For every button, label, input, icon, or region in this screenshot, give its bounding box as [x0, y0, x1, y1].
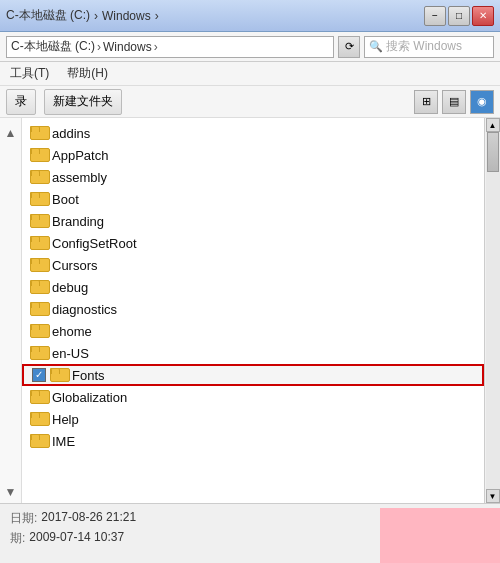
view-list-button[interactable]: ▤ — [442, 90, 466, 114]
refresh-button[interactable]: ⟳ — [338, 36, 360, 58]
list-item[interactable]: IME — [22, 430, 484, 452]
folder-icon — [30, 302, 48, 316]
menu-bar: 工具(T) 帮助(H) — [0, 62, 500, 86]
list-item[interactable]: Branding — [22, 210, 484, 232]
folder-name: ConfigSetRoot — [52, 236, 137, 251]
list-item[interactable]: Globalization — [22, 386, 484, 408]
address-drive: C-本地磁盘 (C:) — [11, 38, 95, 55]
list-item[interactable]: assembly — [22, 166, 484, 188]
folder-name: Boot — [52, 192, 79, 207]
folder-name: Fonts — [72, 368, 105, 383]
folder-name: addins — [52, 126, 90, 141]
view-grid-button[interactable]: ⊞ — [414, 90, 438, 114]
address-sep1: › — [97, 40, 101, 54]
folder-name: diagnostics — [52, 302, 117, 317]
nav-up-arrow[interactable]: ▲ — [5, 122, 17, 144]
folder-icon — [30, 280, 48, 294]
folder-name: en-US — [52, 346, 89, 361]
folder-icon — [30, 148, 48, 162]
date-value-2: 2009-07-14 10:37 — [29, 530, 124, 547]
folder-name: Help — [52, 412, 79, 427]
list-item[interactable]: ConfigSetRoot — [22, 232, 484, 254]
toolbar-right: ⊞ ▤ ◉ — [414, 90, 494, 114]
folder-name: AppPatch — [52, 148, 108, 163]
folder-label: Windows — [102, 9, 151, 23]
folder-icon — [30, 412, 48, 426]
folder-name: ehome — [52, 324, 92, 339]
folder-icon — [30, 258, 48, 272]
menu-help[interactable]: 帮助(H) — [63, 63, 112, 84]
title-bar-path: C-本地磁盘 (C:) › Windows › — [6, 7, 159, 24]
main-area: ▲ ▼ addinsAppPatchassemblyBootBrandingCo… — [0, 118, 500, 503]
list-item[interactable]: Boot — [22, 188, 484, 210]
search-placeholder: 搜索 Windows — [386, 38, 462, 55]
minimize-button[interactable]: − — [424, 6, 446, 26]
close-button[interactable]: ✕ — [472, 6, 494, 26]
address-path-box[interactable]: C-本地磁盘 (C:) › Windows › — [6, 36, 334, 58]
drive-label: C-本地磁盘 (C:) — [6, 7, 90, 24]
view-detail-button[interactable]: ◉ — [470, 90, 494, 114]
scrollbar[interactable]: ▲ ▼ — [484, 118, 500, 503]
scroll-up-button[interactable]: ▲ — [486, 118, 500, 132]
status-bar: 日期: 2017-08-26 21:21 期: 2009-07-14 10:37 — [0, 503, 500, 563]
list-item[interactable]: AppPatch — [22, 144, 484, 166]
back-button[interactable]: 录 — [6, 89, 36, 115]
list-item[interactable]: Fonts — [22, 364, 484, 386]
restore-button[interactable]: □ — [448, 6, 470, 26]
title-bar: C-本地磁盘 (C:) › Windows › − □ ✕ — [0, 0, 500, 32]
address-bar: C-本地磁盘 (C:) › Windows › ⟳ 🔍 搜索 Windows — [0, 32, 500, 62]
window-controls[interactable]: − □ ✕ — [424, 6, 494, 26]
list-item[interactable]: en-US — [22, 342, 484, 364]
new-folder-button[interactable]: 新建文件夹 — [44, 89, 122, 115]
folder-icon — [30, 126, 48, 140]
date-label-2: 期: — [10, 530, 25, 547]
list-item[interactable]: ehome — [22, 320, 484, 342]
folder-name: Globalization — [52, 390, 127, 405]
nav-down-arrow[interactable]: ▼ — [5, 481, 17, 503]
path-sep1: › — [94, 9, 98, 23]
list-item[interactable]: addins — [22, 122, 484, 144]
folder-icon — [30, 170, 48, 184]
file-list[interactable]: addinsAppPatchassemblyBootBrandingConfig… — [22, 118, 484, 503]
folder-icon — [50, 368, 68, 382]
list-item[interactable]: debug — [22, 276, 484, 298]
folder-icon — [30, 236, 48, 250]
folder-icon — [30, 192, 48, 206]
folder-icon — [30, 390, 48, 404]
date-value-1: 2017-08-26 21:21 — [41, 510, 136, 527]
search-icon: 🔍 — [369, 40, 383, 53]
folder-icon — [30, 346, 48, 360]
search-box[interactable]: 🔍 搜索 Windows — [364, 36, 494, 58]
list-item[interactable]: Help — [22, 408, 484, 430]
list-item[interactable]: Cursors — [22, 254, 484, 276]
list-item[interactable]: diagnostics — [22, 298, 484, 320]
folder-icon — [30, 324, 48, 338]
toolbar: 录 新建文件夹 ⊞ ▤ ◉ — [0, 86, 500, 118]
pink-preview-box — [380, 508, 500, 563]
folder-name: assembly — [52, 170, 107, 185]
folder-name: Cursors — [52, 258, 98, 273]
folder-icon — [30, 434, 48, 448]
scroll-thumb[interactable] — [487, 132, 499, 172]
folder-checkbox[interactable] — [32, 368, 46, 382]
scroll-down-button[interactable]: ▼ — [486, 489, 500, 503]
folder-icon — [30, 214, 48, 228]
address-sep2: › — [154, 40, 158, 54]
folder-name: IME — [52, 434, 75, 449]
scroll-track — [486, 132, 500, 489]
folder-name: Branding — [52, 214, 104, 229]
folder-name: debug — [52, 280, 88, 295]
address-folder: Windows — [103, 40, 152, 54]
date-label-1: 日期: — [10, 510, 37, 527]
path-sep2: › — [155, 9, 159, 23]
menu-tools[interactable]: 工具(T) — [6, 63, 53, 84]
nav-panel: ▲ ▼ — [0, 118, 22, 503]
